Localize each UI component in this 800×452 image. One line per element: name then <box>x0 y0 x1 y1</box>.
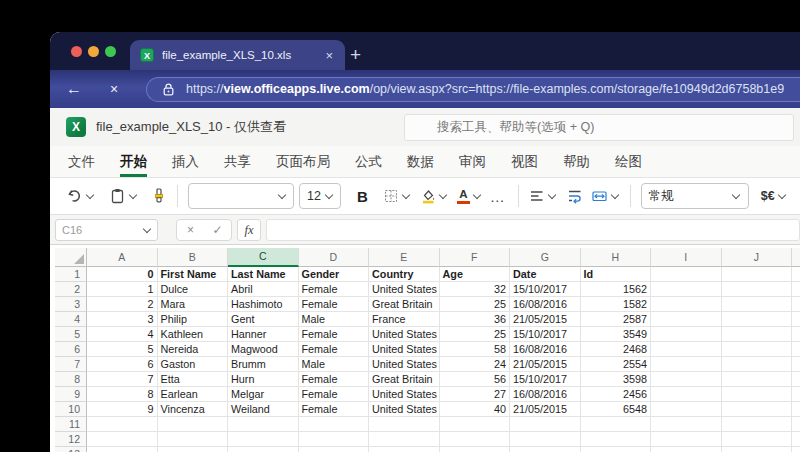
cell-J12[interactable] <box>722 432 793 447</box>
cell-partial-13[interactable] <box>792 447 800 452</box>
undo-dropdown-chevron-icon[interactable] <box>85 192 94 201</box>
merge-cells-chevron-icon[interactable] <box>611 192 620 201</box>
column-header-E[interactable]: E <box>369 248 440 267</box>
cell-D13[interactable] <box>299 447 370 452</box>
cell-J5[interactable] <box>722 327 793 342</box>
cell-D6[interactable]: Female <box>299 342 370 357</box>
cell-F4[interactable]: 36 <box>440 312 511 327</box>
cell-H10[interactable]: 6548 <box>581 402 652 417</box>
cell-C7[interactable]: Brumm <box>228 357 299 372</box>
cell-partial-8[interactable] <box>792 372 800 387</box>
menu-tab-1[interactable]: 文件 <box>68 146 95 177</box>
cell-B7[interactable]: Gaston <box>158 357 229 372</box>
cell-F5[interactable]: 25 <box>440 327 511 342</box>
cell-C8[interactable]: Hurn <box>228 372 299 387</box>
cell-H8[interactable]: 3598 <box>581 372 652 387</box>
row-header-5[interactable]: 5 <box>55 327 87 342</box>
cell-F3[interactable]: 25 <box>440 297 511 312</box>
row-header-10[interactable]: 10 <box>55 402 87 417</box>
cell-partial-12[interactable] <box>792 432 800 447</box>
cell-H7[interactable]: 2554 <box>581 357 652 372</box>
font-color-chevron-icon[interactable] <box>473 192 482 201</box>
cell-G8[interactable]: 15/10/2017 <box>510 372 581 387</box>
back-icon[interactable]: ← <box>62 80 86 98</box>
bold-button[interactable]: B <box>357 188 368 205</box>
cell-I7[interactable] <box>651 357 722 372</box>
cell-I13[interactable] <box>651 447 722 452</box>
cell-D3[interactable]: Female <box>299 297 370 312</box>
row-header-2[interactable]: 2 <box>55 282 87 297</box>
more-font-options-button[interactable]: … <box>490 188 506 205</box>
cell-F9[interactable]: 27 <box>440 387 511 402</box>
cell-B6[interactable]: Nereida <box>158 342 229 357</box>
cell-C9[interactable]: Melgar <box>228 387 299 402</box>
cell-partial-2[interactable] <box>792 282 800 297</box>
cell-C6[interactable]: Magwood <box>228 342 299 357</box>
tab-close-icon[interactable]: × <box>323 48 335 63</box>
cell-I11[interactable] <box>651 417 722 432</box>
menu-tab-11[interactable]: 绘图 <box>615 146 642 177</box>
cell-G7[interactable]: 21/05/2015 <box>510 357 581 372</box>
menu-tab-2[interactable]: 开始 <box>120 146 147 177</box>
cell-I6[interactable] <box>651 342 722 357</box>
wrap-text-button[interactable] <box>567 188 583 204</box>
cell-F7[interactable]: 24 <box>440 357 511 372</box>
cell-C2[interactable]: Abril <box>228 282 299 297</box>
cell-A10[interactable]: 9 <box>87 402 158 417</box>
column-header-partial[interactable] <box>792 248 800 267</box>
column-header-A[interactable]: A <box>87 248 158 267</box>
column-header-G[interactable]: G <box>510 248 581 267</box>
window-close-button[interactable] <box>71 46 82 57</box>
merge-cells-button[interactable] <box>591 188 620 204</box>
cell-D8[interactable]: Female <box>299 372 370 387</box>
cell-G13[interactable] <box>510 447 581 452</box>
insert-function-button[interactable]: fx <box>237 219 261 241</box>
cell-E5[interactable]: United States <box>369 327 440 342</box>
cell-D9[interactable]: Female <box>299 387 370 402</box>
cell-A8[interactable]: 7 <box>87 372 158 387</box>
format-painter-button[interactable] <box>151 188 167 204</box>
cell-F1[interactable]: Age <box>440 267 511 282</box>
cell-partial-9[interactable] <box>792 387 800 402</box>
cell-G3[interactable]: 16/08/2016 <box>510 297 581 312</box>
cell-B1[interactable]: First Name <box>158 267 229 282</box>
cell-E8[interactable]: Great Britain <box>369 372 440 387</box>
cell-partial-10[interactable] <box>792 402 800 417</box>
cell-G2[interactable]: 15/10/2017 <box>510 282 581 297</box>
cell-G10[interactable]: 21/05/2015 <box>510 402 581 417</box>
cell-B11[interactable] <box>158 417 229 432</box>
undo-button[interactable] <box>66 188 94 204</box>
row-header-6[interactable]: 6 <box>55 342 87 357</box>
menu-tab-5[interactable]: 页面布局 <box>276 146 330 177</box>
cell-E4[interactable]: France <box>369 312 440 327</box>
cell-H6[interactable]: 2468 <box>581 342 652 357</box>
cell-I2[interactable] <box>651 282 722 297</box>
cell-D5[interactable]: Female <box>299 327 370 342</box>
cell-partial-11[interactable] <box>792 417 800 432</box>
cell-H3[interactable]: 1582 <box>581 297 652 312</box>
cell-C1[interactable]: Last Name <box>228 267 299 282</box>
row-header-3[interactable]: 3 <box>55 297 87 312</box>
cell-H4[interactable]: 2587 <box>581 312 652 327</box>
browser-tab[interactable]: X file_example_XLS_10.xls × <box>130 40 345 70</box>
menu-tab-9[interactable]: 视图 <box>511 146 538 177</box>
cell-partial-6[interactable] <box>792 342 800 357</box>
cell-A12[interactable] <box>87 432 158 447</box>
cell-C11[interactable] <box>228 417 299 432</box>
cell-F11[interactable] <box>440 417 511 432</box>
cell-A6[interactable]: 5 <box>87 342 158 357</box>
cell-E11[interactable] <box>369 417 440 432</box>
cell-C3[interactable]: Hashimoto <box>228 297 299 312</box>
column-header-J[interactable]: J <box>722 248 793 267</box>
cell-partial-3[interactable] <box>792 297 800 312</box>
cell-F12[interactable] <box>440 432 511 447</box>
paste-button[interactable] <box>110 188 137 204</box>
cell-I3[interactable] <box>651 297 722 312</box>
fill-color-button[interactable] <box>420 188 448 204</box>
borders-button[interactable] <box>383 188 411 204</box>
cell-E2[interactable]: United States <box>369 282 440 297</box>
fill-color-chevron-icon[interactable] <box>439 192 448 201</box>
cell-H2[interactable]: 1562 <box>581 282 652 297</box>
cell-H5[interactable]: 3549 <box>581 327 652 342</box>
cell-E6[interactable]: United States <box>369 342 440 357</box>
